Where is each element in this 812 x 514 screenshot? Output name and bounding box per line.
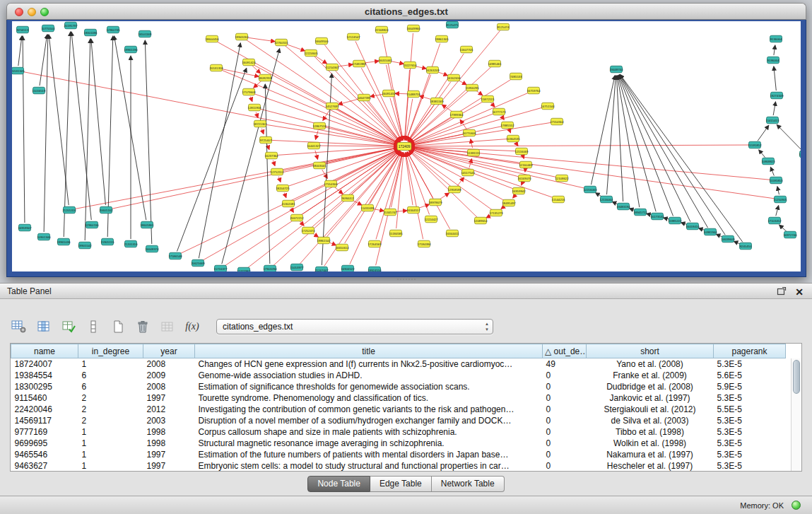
graph-edge[interactable] [111, 148, 398, 209]
table-cell[interactable]: Investigating the contribution of common… [195, 404, 543, 415]
graph-node[interactable]: 10770504 [41, 25, 55, 32]
column-header-1[interactable]: in_degree [78, 344, 143, 358]
graph-node[interactable]: 17264563 [367, 240, 382, 247]
table-cell[interactable]: 49 [543, 358, 587, 370]
table-cell[interactable]: Estimation of the future numbers of pati… [195, 449, 543, 460]
graph-node[interactable]: 16263209 [425, 66, 440, 74]
table-cell[interactable]: 5.3E-5 [714, 358, 786, 370]
graph-node[interactable]: 12224605 [304, 49, 318, 57]
graph-node[interactable]: 18945712 [633, 209, 647, 216]
graph-node[interactable]: 12777962 [237, 267, 251, 271]
table-cell[interactable]: 5.3E-5 [714, 415, 786, 426]
graph-edge[interactable] [221, 69, 259, 76]
graph-edge[interactable] [759, 150, 765, 158]
graph-edge[interactable] [406, 152, 429, 214]
graph-node[interactable]: 16501169 [139, 30, 152, 37]
table-cell[interactable]: 5.3E-5 [714, 426, 786, 438]
table-cell[interactable]: 0 [543, 449, 587, 460]
table-row[interactable]: 2242004622012Investigating the contribut… [11, 404, 786, 415]
graph-node[interactable]: 16173532 [650, 213, 664, 220]
table-cell[interactable]: 2008 [143, 381, 195, 392]
graph-node[interactable]: 12089654 [473, 217, 488, 224]
graph-edge[interactable] [406, 75, 430, 141]
table-scrollbar[interactable] [791, 358, 801, 471]
table-cell[interactable]: Genome-wide association studies in ADHD. [195, 370, 543, 381]
graph-node[interactable]: 9136064 [770, 35, 782, 42]
column-header-6[interactable]: pagerank [714, 344, 786, 358]
window-titlebar[interactable]: citations_edges.txt [6, 3, 806, 20]
create-column-button[interactable] [59, 318, 78, 335]
graph-node[interactable]: 11544216 [552, 196, 565, 203]
graph-node[interactable]: 18003041 [312, 162, 326, 169]
graph-node[interactable]: 12108622 [555, 175, 569, 182]
graph-node[interactable]: 9196064 [767, 57, 779, 64]
table-cell[interactable]: 2 [78, 404, 143, 415]
graph-node[interactable]: 14517543 [461, 169, 475, 176]
graph-node[interactable]: 9245450 [740, 243, 752, 250]
table-cell[interactable]: 5.3E-5 [714, 449, 786, 460]
column-header-4[interactable]: △ out_de… [543, 344, 587, 358]
graph-node[interactable]: 17579608 [242, 88, 256, 95]
graph-node[interactable]: 17999364 [449, 111, 464, 118]
graph-node[interactable]: 11254363 [326, 64, 339, 71]
graph-node[interactable]: 12958599 [447, 186, 461, 193]
graph-node[interactable]: 16650614 [335, 244, 349, 251]
table-cell[interactable]: Tibbo et al. (1998) [587, 426, 714, 438]
graph-node[interactable]: 12124547 [346, 33, 360, 40]
graph-edge[interactable] [411, 122, 552, 145]
graph-node[interactable]: 11431699 [361, 204, 375, 211]
table-cell[interactable]: 0 [543, 370, 587, 381]
table-cell[interactable]: Nakamura et al. (1997) [587, 449, 714, 460]
graph-node[interactable]: 11607705 [460, 46, 473, 53]
graph-edge[interactable] [616, 76, 623, 201]
table-cell[interactable]: Jankovic et al. (1997) [587, 392, 714, 404]
graph-node[interactable]: 16649960 [406, 25, 420, 32]
graph-edge[interactable] [71, 32, 91, 220]
table-cell[interactable]: Yano et al. (2008) [587, 358, 714, 370]
graph-edge[interactable] [774, 45, 775, 55]
table-cell[interactable]: 1997 [143, 460, 195, 472]
graph-edge[interactable] [620, 74, 743, 242]
graph-node[interactable]: 16959947 [18, 224, 32, 231]
table-cell[interactable]: Changes of HCN gene expression and I(f) … [195, 358, 543, 370]
graph-edge[interactable] [476, 90, 483, 95]
table-cell[interactable]: 5.9E-5 [714, 381, 786, 392]
graph-edge[interactable] [395, 93, 408, 94]
graph-edge[interactable] [382, 35, 403, 140]
table-row[interactable]: 977716911998Corpus callosum shape and si… [11, 426, 786, 438]
graph-edge[interactable] [773, 102, 775, 115]
table-cell[interactable]: 0 [543, 415, 587, 426]
graph-edge[interactable] [471, 139, 473, 148]
graph-node[interactable]: 15595853 [769, 177, 783, 184]
graph-node[interactable]: 11415413 [766, 117, 779, 124]
graph-node[interactable]: 11250905 [774, 196, 787, 203]
graph-node[interactable]: 12752112 [271, 168, 284, 175]
graph-node[interactable]: 12116064 [600, 196, 613, 203]
graph-node[interactable]: 19861305 [435, 35, 449, 42]
table-cell[interactable]: 6 [78, 370, 143, 381]
graph-edge[interactable] [145, 40, 151, 244]
panel-resize-handle[interactable] [397, 279, 416, 281]
graph-edge[interactable] [40, 35, 47, 86]
graph-node[interactable]: 8125475 [447, 21, 459, 28]
graph-node[interactable]: 22760555 [274, 39, 288, 46]
graph-edge[interactable] [510, 129, 511, 132]
graph-node[interactable]: 21205316 [62, 206, 76, 214]
table-cell[interactable]: 9699695 [11, 438, 78, 449]
graph-edge[interactable] [254, 81, 261, 88]
graph-node[interactable]: 17885552 [500, 122, 514, 129]
graph-node[interactable]: 20625669 [191, 259, 205, 267]
graph-edge[interactable] [315, 131, 318, 140]
graph-node[interactable]: 19965036 [57, 238, 71, 245]
table-cell[interactable]: Wolkin et al. (1998) [587, 438, 714, 449]
graph-edge[interactable] [491, 103, 495, 107]
graph-node[interactable]: 15716377 [213, 265, 228, 271]
graph-node[interactable]: 10901340 [37, 233, 51, 240]
graph-edge[interactable] [406, 153, 423, 239]
graph-node[interactable]: 7485533 [510, 73, 522, 80]
table-cell[interactable]: 0 [543, 392, 587, 404]
table-cell[interactable]: 0 [543, 460, 587, 472]
table-row[interactable]: 1938455462009Genome-wide association stu… [11, 370, 786, 381]
graph-edge[interactable] [409, 150, 492, 210]
graph-node[interactable]: 10441327 [307, 142, 321, 149]
